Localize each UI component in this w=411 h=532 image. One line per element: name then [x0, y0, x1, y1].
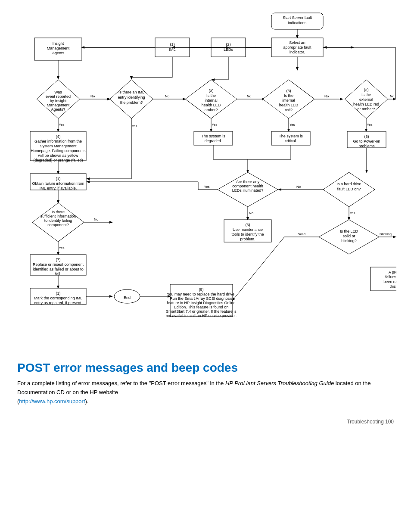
svg-text:End: End: [124, 296, 131, 300]
svg-text:amber?: amber?: [205, 108, 218, 112]
svg-text:(1): (1): [56, 291, 61, 296]
svg-text:Select an: Select an: [289, 40, 305, 45]
svg-text:component?: component?: [47, 223, 69, 227]
svg-text:or amber?: or amber?: [357, 107, 375, 111]
svg-text:Use maintenance: Use maintenance: [233, 227, 263, 232]
svg-text:(8): (8): [199, 287, 204, 292]
svg-text:health LED red: health LED red: [353, 102, 379, 106]
svg-text:(3): (3): [209, 89, 214, 93]
svg-text:Yes: Yes: [289, 123, 295, 127]
svg-text:not available, call an HP serv: not available, call an HP service provid…: [166, 314, 237, 318]
svg-text:tools to identify the: tools to identify the: [231, 232, 264, 236]
svg-text:Is there: Is there: [52, 210, 65, 214]
section-body: For a complete listing of error messages…: [17, 379, 388, 406]
svg-text:sufficient information: sufficient information: [40, 214, 76, 218]
svg-text:IML entry, if available.: IML entry, if available.: [40, 186, 77, 190]
svg-text:(1): (1): [170, 42, 175, 47]
svg-text:(2): (2): [226, 42, 231, 47]
svg-text:System Management: System Management: [40, 144, 77, 148]
svg-text:Go to Power-on: Go to Power-on: [353, 139, 380, 143]
svg-text:The system is: The system is: [279, 134, 303, 138]
svg-text:Edition. This feature is found: Edition. This feature is found on: [174, 305, 228, 309]
svg-text:Yes: Yes: [204, 185, 209, 189]
svg-text:fault LED on?: fault LED on?: [337, 187, 361, 191]
svg-text:Yes: Yes: [59, 246, 64, 250]
svg-text:by Insight: by Insight: [50, 99, 67, 103]
svg-text:Run the Smart Array SCSI diagn: Run the Smart Array SCSI diagnosis: [170, 296, 233, 301]
svg-text:(1): (1): [56, 177, 61, 181]
svg-text:health LED: health LED: [279, 103, 299, 107]
svg-text:IML: IML: [169, 47, 175, 52]
svg-text:Insight: Insight: [53, 41, 64, 46]
section-body-link[interactable]: http://www.hp.com/support: [19, 398, 85, 404]
svg-text:Is there an IML: Is there an IML: [118, 90, 144, 94]
svg-text:No: No: [165, 94, 170, 98]
svg-text:(3): (3): [364, 88, 369, 92]
svg-text:Management: Management: [47, 103, 70, 107]
svg-text:Agents?: Agents?: [51, 107, 65, 112]
svg-text:Is the: Is the: [361, 93, 371, 97]
svg-text:No: No: [296, 185, 301, 189]
section-body-end: ).: [85, 398, 89, 404]
svg-text:event reported: event reported: [46, 94, 71, 99]
section-title: POST error messages and beep codes: [17, 361, 394, 375]
svg-text:No: No: [324, 94, 329, 98]
svg-text:indicator.: indicator.: [290, 50, 305, 54]
svg-text:Yes: Yes: [59, 123, 64, 127]
svg-text:Yes: Yes: [212, 123, 217, 127]
svg-text:Obtain failure information fro: Obtain failure information from: [32, 181, 84, 186]
svg-text:Was: Was: [54, 90, 62, 94]
svg-text:internal: internal: [205, 98, 218, 103]
svg-text:problem.: problem.: [240, 237, 255, 241]
svg-text:problems: problems: [358, 144, 375, 148]
svg-text:Is a hard drive: Is a hard drive: [336, 182, 361, 186]
svg-text:Are there any: Are there any: [236, 180, 260, 184]
section-body-line1: For a complete listing of error messages…: [17, 380, 225, 386]
svg-text:LEDs: LEDs: [224, 47, 234, 52]
svg-text:this drive ,: this drive ,: [389, 284, 396, 289]
svg-text:failure alert has: failure alert has: [385, 275, 396, 279]
svg-text:been received for: been received for: [383, 280, 396, 284]
svg-text:You may need to replace the ha: You may need to replace the hard drive.: [167, 292, 235, 296]
svg-text:external: external: [359, 97, 373, 102]
svg-text:Is the: Is the: [206, 93, 216, 98]
svg-text:SmartStart 7.4 or greater. If : SmartStart 7.4 or greater. If the featur…: [166, 309, 237, 314]
svg-text:No: No: [249, 211, 254, 215]
svg-text:LEDs illuminated?: LEDs illuminated?: [232, 188, 264, 193]
svg-text:Is the LED: Is the LED: [340, 229, 358, 233]
svg-text:blinking?: blinking?: [341, 239, 357, 243]
svg-text:indications: indications: [288, 21, 307, 25]
flowchart-container: .box-text { font-family: Arial, sans-ser…: [17, 9, 396, 353]
section-body-italic: HP ProLiant Servers Troubleshooting Guid…: [225, 380, 334, 386]
svg-text:identified as failed or about : identified as failed or about to: [33, 267, 84, 271]
svg-text:Yes: Yes: [349, 211, 355, 215]
svg-text:No: No: [90, 94, 95, 98]
svg-text:Agents: Agents: [52, 51, 65, 55]
svg-text:internal: internal: [282, 98, 295, 103]
svg-text:feature in HP Insight Diagnost: feature in HP Insight Diagnostics Online: [167, 301, 236, 305]
svg-text:entry identifying: entry identifying: [118, 95, 145, 100]
svg-text:(3): (3): [286, 89, 291, 93]
svg-text:to identify failing: to identify failing: [44, 218, 72, 223]
svg-line-169: [233, 237, 284, 300]
svg-text:will be shown as yellow: will be shown as yellow: [37, 153, 78, 158]
svg-text:the problem?: the problem?: [120, 100, 143, 105]
svg-text:(5): (5): [364, 134, 369, 139]
svg-text:Blinking: Blinking: [380, 232, 392, 236]
svg-text:A predictive: A predictive: [389, 270, 396, 274]
svg-text:The system is: The system is: [201, 134, 225, 138]
svg-text:Yes: Yes: [367, 123, 372, 127]
svg-text:No: No: [390, 94, 395, 98]
svg-text:Mark the corresponding IML: Mark the corresponding IML: [34, 296, 82, 300]
svg-text:No: No: [247, 94, 252, 98]
svg-text:(7): (7): [56, 258, 61, 262]
svg-text:(6): (6): [246, 223, 250, 227]
svg-text:Is the: Is the: [284, 93, 293, 98]
svg-text:entry as repaired, if present.: entry as repaired, if present.: [34, 301, 82, 305]
svg-text:Solid: Solid: [298, 232, 305, 236]
svg-text:(4): (4): [56, 134, 61, 139]
svg-text:Management: Management: [47, 46, 70, 50]
svg-text:component health: component health: [232, 184, 263, 188]
svg-text:Replace or reseat component: Replace or reseat component: [33, 262, 84, 267]
svg-text:red?: red?: [285, 108, 293, 112]
